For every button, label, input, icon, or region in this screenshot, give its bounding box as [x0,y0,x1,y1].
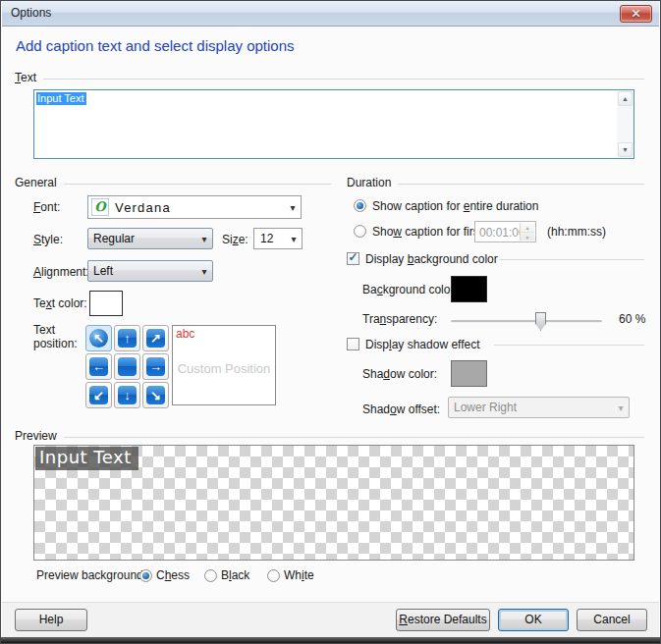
display-shadow-checkbox[interactable] [347,338,359,350]
textarea-scrollbar[interactable]: ▲ ▼ [617,90,633,158]
chevron-down-icon: ▾ [285,202,301,213]
chess-label: Chess [156,568,190,582]
text-position-label: Text position: [33,323,86,350]
position-center-button[interactable] [114,353,140,380]
font-label: Font: [33,200,60,214]
position-lower-right-button[interactable]: ↘ [142,382,169,408]
transparency-label: Transparency: [362,312,437,326]
close-icon: ✕ [631,7,640,21]
group-divider [64,184,331,185]
selected-text: Input Text [36,92,86,105]
alignment-combobox[interactable]: Left ▾ [87,260,213,282]
scroll-down-button[interactable]: ▼ [618,142,633,157]
page-title: Add caption text and select display opti… [16,37,295,54]
font-type-icon: O [91,198,109,216]
white-radio[interactable] [267,569,280,582]
center-square-icon [118,357,137,376]
style-combobox[interactable]: Regular ▾ [87,228,213,249]
duration-value: 00:01:00 [479,226,525,240]
options-dialog: Options ✕ Add caption text and select di… [0,0,661,644]
first-duration-radio[interactable] [354,225,366,238]
check-icon: ✓ [348,252,358,263]
display-background-checkbox[interactable]: ✓ [347,252,359,265]
title-bar[interactable]: Options ✕ [2,1,659,27]
scroll-up-button[interactable]: ▲ [618,91,633,106]
chevron-down-icon: ▾ [196,266,212,277]
chevron-down-icon: ▾ [613,402,629,413]
preview-area: Input Text [33,445,634,561]
white-label: White [284,568,314,582]
ok-button[interactable]: OK [498,609,569,631]
arrow-up-icon: ↑ [118,329,137,348]
alignment-value: Left [88,264,196,278]
shadow-color-swatch[interactable] [451,360,487,387]
arrow-right-icon: → [146,357,165,376]
shadow-color-label: Shadow color: [362,367,437,381]
text-color-swatch[interactable] [89,291,123,316]
background-color-label: Background color: [362,283,458,296]
position-upper-left-button[interactable]: ↖ [85,325,112,351]
position-bottom-button[interactable]: ↓ [114,382,140,408]
scroll-down-icon: ▼ [619,143,632,157]
scroll-up-icon: ▲ [619,92,632,106]
group-divider [43,79,644,80]
duration-format-label: (hh:mm:ss) [547,225,606,239]
first-duration-label: Show caption for first [372,225,482,239]
custom-abc-sample: abc [176,327,194,341]
shadow-offset-label: Shadow offset: [362,402,440,416]
position-lower-left-button[interactable]: ↙ [85,382,112,408]
background-color-swatch[interactable] [451,276,487,302]
position-left-button[interactable]: ← [85,353,112,380]
spin-down-icon: ▼ [521,233,534,242]
restore-defaults-button[interactable]: Restore Defaults [396,609,490,631]
arrow-up-left-icon: ↖ [89,329,108,348]
black-label: Black [221,568,249,582]
style-value: Regular [88,232,196,245]
text-color-label: Text color: [33,296,87,310]
general-group-label: General [15,176,57,189]
help-button[interactable]: Help [15,609,87,631]
custom-position-box[interactable]: abc Custom Position [172,325,276,405]
preview-background-label: Preview background: [36,568,146,582]
position-top-button[interactable]: ↑ [114,325,140,351]
slider-thumb[interactable] [535,312,546,331]
arrow-left-icon: ← [89,357,108,376]
cancel-button[interactable]: Cancel [577,609,647,631]
arrow-down-right-icon: ↘ [146,386,165,404]
arrow-up-right-icon: ↗ [146,329,165,348]
custom-position-label: Custom Position [173,361,275,376]
transparency-slider[interactable] [451,320,602,323]
alignment-label: Alignment: [33,265,89,279]
chess-radio[interactable] [139,569,152,582]
size-label: Size: [222,233,248,246]
black-radio[interactable] [204,569,217,582]
group-divider [398,184,644,185]
font-combobox[interactable]: O Verdana ▾ [87,195,302,219]
duration-spinner[interactable]: 00:01:00 ▲ ▼ [474,221,536,242]
style-label: Style: [33,233,63,246]
spin-up-icon: ▲ [521,223,534,233]
arrow-down-icon: ↓ [118,386,137,404]
window-title: Options [11,6,51,20]
arrow-down-left-icon: ↙ [89,386,108,404]
display-shadow-label: Display shadow effect [365,338,480,351]
position-right-button[interactable]: → [142,353,169,380]
text-position-grid: ↖ ↑ ↗ ← → ↙ ↓ ↘ [85,325,169,408]
shadow-offset-combobox[interactable]: Lower Right ▾ [448,397,630,418]
spin-buttons[interactable]: ▲ ▼ [520,223,534,241]
chevron-down-icon: ▾ [196,234,212,244]
preview-caption-text: Input Text [35,447,138,470]
position-upper-right-button[interactable]: ↗ [142,325,169,351]
size-combobox[interactable]: 12 ▾ [253,228,303,249]
group-divider [494,345,644,346]
group-divider [64,437,644,438]
display-background-label: Display background color [365,252,498,266]
close-button[interactable]: ✕ [620,5,652,23]
preview-group-label: Preview [15,429,57,443]
caption-text-input[interactable]: Input Text ▲ ▼ [33,89,634,159]
duration-group-label: Duration [347,176,391,189]
entire-duration-label: Show caption for entire duration [372,199,538,213]
group-divider [500,259,644,260]
entire-duration-radio[interactable] [354,199,366,212]
chevron-down-icon: ▾ [286,234,302,244]
